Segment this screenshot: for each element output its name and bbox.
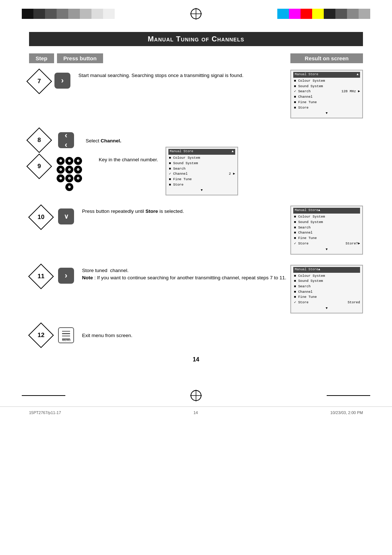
screen-10: Manual Store▲ ■ Colour System ■ Sound Sy… — [290, 206, 363, 254]
step-num-text: 7 — [37, 78, 41, 85]
color-block — [57, 9, 68, 19]
step-number-11: 11 — [29, 266, 53, 287]
color-block — [301, 9, 312, 19]
chevron-down-icon: ∨ — [58, 208, 74, 224]
step-desc-8: Select Channel. — [86, 134, 162, 145]
numpad-key-7: ❼ — [57, 174, 65, 182]
numpad-key-6: ❻ — [74, 166, 82, 174]
color-block — [68, 9, 80, 19]
color-block — [289, 9, 301, 19]
screen-89: Manual Store▲ ■ Colour System ■ Sound Sy… — [166, 147, 238, 195]
step-number-7: 7 — [29, 71, 49, 92]
chevron-right-icon: › — [54, 73, 70, 89]
color-block — [33, 9, 45, 19]
screen-title-7: Manual Store▲ — [293, 72, 360, 78]
header-press-label: Press button — [57, 53, 103, 63]
step-row-12: 12 MENU Exit menu from screen. — [29, 324, 363, 345]
screen-title-89: Manual Store▲ — [168, 149, 235, 155]
color-strip-left — [22, 9, 115, 19]
color-block — [80, 9, 91, 19]
bottom-bar — [0, 385, 392, 406]
color-block — [45, 9, 57, 19]
numpad-key-9: ❾ — [74, 174, 82, 182]
step-desc-7: Start manual searching. Searching stops … — [78, 70, 290, 79]
color-block — [277, 9, 289, 19]
header-row: Step Press button Result on screen — [29, 53, 363, 63]
color-block — [359, 9, 370, 19]
numpad-key-0: ❿ — [65, 183, 73, 191]
button-menu-12: MENU — [57, 326, 75, 345]
crosshair-bottom — [189, 388, 203, 403]
step-row-7: 7 › Start manual searching. Searching st… — [29, 70, 363, 118]
color-block — [324, 9, 335, 19]
step-number-12: 12 — [29, 325, 53, 345]
step-num-text: 12 — [38, 332, 45, 339]
screen-7: Manual Store▲ ■ Colour System ■ Sound Sy… — [290, 70, 363, 118]
step-row-11: 11 › Store tuned channel. Note : If you … — [29, 265, 363, 313]
numpad-9: ❶ ❷ ❸ ❹ ❺ ❻ ❼ ❽ ❾ ❿ — [57, 155, 89, 191]
screen-11: Manual Store▲ ■ Colour System ■ Sound Sy… — [290, 265, 363, 313]
screen-title-10: Manual Store▲ — [293, 208, 360, 214]
steps-89-left: 8 ‹‹ Select Channel. 9 ❶ ❷ — [29, 129, 162, 191]
button-chevron-right-7: › — [53, 71, 72, 90]
bottom-line-left — [22, 395, 65, 396]
numpad-key-3: ❸ — [74, 157, 82, 165]
bottom-line-right — [327, 395, 370, 396]
step-row-89: 8 ‹‹ Select Channel. 9 ❶ ❷ — [29, 129, 363, 195]
step-row-10: 10 ∨ Press button repeatedly until Store… — [29, 206, 363, 254]
step-9-inner: 9 ❶ ❷ ❸ ❹ ❺ ❻ ❼ ❽ ❾ ❿ — [29, 155, 162, 191]
step-num-text: 11 — [38, 273, 45, 280]
footer-center: 14 — [193, 410, 198, 415]
color-block — [103, 9, 115, 19]
step-desc-10: Press button repeatedly until Store is s… — [82, 206, 290, 215]
color-block — [22, 9, 33, 19]
chevron-right-icon: › — [58, 268, 74, 284]
button-chevron-down-8: ‹‹ — [57, 131, 75, 150]
screen-title-11: Manual Store▲ — [293, 267, 360, 273]
menu-icon: MENU — [58, 327, 74, 343]
numpad-grid: ❶ ❷ ❸ ❹ ❺ ❻ ❼ ❽ ❾ ❿ — [57, 157, 82, 191]
numpad-key-5: ❺ — [65, 166, 73, 174]
footer-right: 10/23/03, 2:00 PM — [330, 410, 363, 415]
step-desc-9: Key in the channel number. — [99, 155, 162, 163]
button-chevron-right-11: › — [57, 266, 75, 285]
color-block — [312, 9, 324, 19]
color-strip-right — [277, 9, 370, 19]
numpad-key-4: ❹ — [57, 166, 65, 174]
top-bar — [0, 0, 392, 25]
step-number-9: 9 — [29, 156, 49, 177]
color-block — [347, 9, 359, 19]
footer: 15PT2767/p11-17 14 10/23/03, 2:00 PM — [0, 406, 392, 418]
numpad-key-2: ❷ — [65, 157, 73, 165]
color-block — [91, 9, 103, 19]
step-num-text: 8 — [37, 137, 41, 144]
color-block — [335, 9, 347, 19]
step-desc-12: Exit menu from screen. — [82, 330, 363, 339]
main-content: Manual Tuning of Channels Step Press but… — [0, 25, 392, 385]
header-result-label: Result on screen — [290, 53, 363, 63]
header-step-label: Step — [29, 53, 54, 63]
step-desc-11: Store tuned channel. Note : If you want … — [82, 265, 290, 282]
footer-left: 15PT2767/p11-17 — [29, 410, 61, 415]
step-num-text: 9 — [37, 163, 41, 170]
chevron-down-icon: ‹‹ — [58, 132, 74, 148]
button-chevron-down-10: ∨ — [57, 207, 75, 226]
step-number-10: 10 — [29, 207, 53, 227]
step-8-inner: 8 ‹‹ Select Channel. — [29, 129, 162, 150]
step-number-8: 8 — [29, 130, 49, 150]
page-number: 14 — [29, 356, 363, 363]
page-title: Manual Tuning of Channels — [29, 32, 363, 46]
numpad-key-1: ❶ — [57, 157, 65, 165]
crosshair-center — [189, 7, 203, 21]
numpad-key-8: ❽ — [65, 174, 73, 182]
step-num-text: 10 — [38, 214, 45, 221]
